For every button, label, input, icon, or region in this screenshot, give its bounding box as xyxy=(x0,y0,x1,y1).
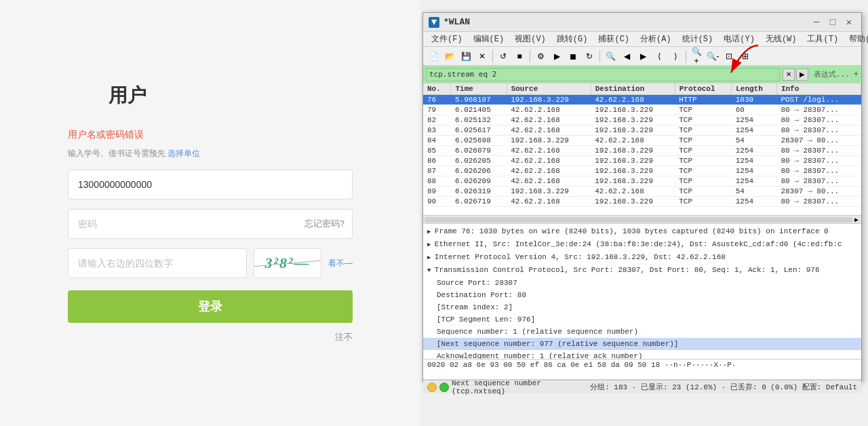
detail-line: Sequence number: 1 (relative sequence nu… xyxy=(423,326,861,338)
captcha-image[interactable]: 3²8²— xyxy=(254,248,321,278)
captcha-row: 3²8²— 看不— xyxy=(68,248,353,278)
toolbar-open[interactable]: 📂 xyxy=(442,49,457,64)
detail-line[interactable]: Frame 76: 1030 bytes on wire (8240 bits)… xyxy=(423,225,861,238)
forgot-password-link[interactable]: 忘记密码? xyxy=(304,218,344,230)
toolbar-reload[interactable]: ↺ xyxy=(496,49,511,64)
toolbar-capture-options[interactable]: ⚙ xyxy=(533,49,548,64)
minimize-button[interactable]: ─ xyxy=(810,16,823,29)
filter-input[interactable] xyxy=(426,68,780,81)
phone-input[interactable] xyxy=(68,170,353,199)
table-row[interactable]: 88 6.026209 42.62.2.168 192.168.3.229 TC… xyxy=(423,176,861,187)
detail-line[interactable]: Internet Protocol Version 4, Src: 192.16… xyxy=(423,251,861,264)
detail-line: Destination Port: 80 xyxy=(423,289,861,301)
menu-telephony[interactable]: 电话(Y) xyxy=(718,33,760,45)
col-time: Time xyxy=(451,83,507,95)
close-button[interactable]: ✕ xyxy=(842,16,856,29)
toolbar-stop-capture[interactable]: ◼ xyxy=(566,49,580,64)
table-row[interactable]: 82 6.025132 42.62.2.168 192.168.3.229 TC… xyxy=(423,115,861,125)
table-row[interactable]: 87 6.026206 42.62.2.168 192.168.3.229 TC… xyxy=(423,166,861,176)
table-row[interactable]: 79 6.021405 42.62.2.168 192.168.3.229 TC… xyxy=(423,105,861,115)
maximize-button[interactable]: □ xyxy=(826,16,840,29)
wireshark-title: *WLAN xyxy=(443,17,470,27)
filter-apply-btn[interactable]: ▶ xyxy=(796,69,808,81)
packet-rows: 76 5.968107 192.168.3.229 42.62.2.168 HT… xyxy=(423,95,861,207)
error-message: 用户名或密码错误 xyxy=(68,129,353,141)
login-panel: 用户 用户名或密码错误 输入学号、借书证号需预先 选择单位 忘记密码? 3²8²… xyxy=(0,0,420,426)
toolbar-zoom-out[interactable]: 🔍- xyxy=(705,49,720,64)
toolbar-next[interactable]: ▶ xyxy=(635,49,650,64)
col-no: No. xyxy=(423,83,451,95)
menu-go[interactable]: 跳转(G) xyxy=(551,33,593,45)
toolbar-close[interactable]: ✕ xyxy=(475,49,490,64)
table-row[interactable]: 89 6.026319 192.168.3.229 42.62.2.168 TC… xyxy=(423,187,861,197)
detail-line[interactable]: Ethernet II, Src: IntelCor_3e:de:24 (38:… xyxy=(423,238,861,251)
wireshark-toolbar: 📄 📂 💾 ✕ ↺ ■ ⚙ ▶ ◼ ↻ 🔍 ◀ ▶ ⟨ ⟩ 🔍+ 🔍- ⊡ ⊞ xyxy=(423,47,861,66)
hex-line: 0020 02 a8 6e 93 00 50 ef 86 ca 0e e1 58… xyxy=(427,361,736,369)
wireshark-statusbar: Next sequence number (tcp.nxtseq) 分组: 18… xyxy=(423,380,861,393)
wireshark-title-left: *WLAN xyxy=(429,17,470,28)
toolbar-first[interactable]: ⟨ xyxy=(652,49,667,64)
hint-link[interactable]: 选择单位 xyxy=(167,149,200,158)
table-row[interactable]: 86 6.026205 42.62.2.168 192.168.3.229 TC… xyxy=(423,156,861,166)
menu-analyze[interactable]: 分析(A) xyxy=(635,33,677,45)
hint-text: 输入学号、借书证号需预先 选择单位 xyxy=(68,148,353,159)
wireshark-window: *WLAN ─ □ ✕ 文件(F) 编辑(E) 视图(V) 跳转(G) 捕获(C… xyxy=(422,12,862,382)
menu-edit[interactable]: 编辑(E) xyxy=(468,33,510,45)
table-row[interactable]: 90 6.026719 42.62.2.168 192.168.3.229 TC… xyxy=(423,197,861,207)
packet-details[interactable]: Frame 76: 1030 bytes on wire (8240 bits)… xyxy=(423,224,861,360)
status-stats: 分组: 183 · 已显示: 23 (12.6%) · 已丢弃: 0 (0.0%… xyxy=(590,382,857,392)
packet-table: No. Time Source Destination Protocol Len… xyxy=(423,83,861,207)
h-scrollbar[interactable]: ▶ xyxy=(423,216,861,224)
table-row[interactable]: 85 6.026079 42.62.2.168 192.168.3.229 TC… xyxy=(423,146,861,156)
toolbar-zoom-in[interactable]: 🔍+ xyxy=(689,49,704,64)
detail-line[interactable]: Transmission Control Protocol, Src Port:… xyxy=(423,264,861,277)
login-button[interactable]: 登录 xyxy=(68,290,353,323)
menu-tools[interactable]: 工具(T) xyxy=(802,33,844,45)
filter-add-btn[interactable]: + xyxy=(854,70,859,79)
table-header: No. Time Source Destination Protocol Len… xyxy=(423,83,861,95)
password-row: 忘记密码? xyxy=(68,209,353,239)
wireshark-filter-bar: ✕ ▶ 表达式... + xyxy=(423,66,861,83)
col-length: Length xyxy=(732,83,777,95)
menu-stats[interactable]: 统计(S) xyxy=(677,33,719,45)
titlebar-buttons: ─ □ ✕ xyxy=(810,16,856,29)
table-row[interactable]: 84 6.025698 192.168.3.229 42.62.2.168 TC… xyxy=(423,136,861,146)
register-text: 注不 xyxy=(68,331,353,343)
captcha-input[interactable] xyxy=(68,248,247,278)
col-destination: Destination xyxy=(591,83,675,95)
packet-list[interactable]: No. Time Source Destination Protocol Len… xyxy=(423,83,861,216)
filter-label: 表达式... xyxy=(814,69,850,79)
status-text: Next sequence number (tcp.nxtseq) xyxy=(452,379,587,395)
status-icon-yellow xyxy=(427,383,437,392)
toolbar-start-capture[interactable]: ▶ xyxy=(549,49,564,64)
refresh-captcha[interactable]: 看不— xyxy=(328,258,353,269)
toolbar-prev[interactable]: ◀ xyxy=(619,49,634,64)
menu-wireless[interactable]: 无线(W) xyxy=(760,33,802,45)
toolbar-search[interactable]: 🔍 xyxy=(603,49,618,64)
toolbar-restart[interactable]: ↻ xyxy=(582,49,597,64)
toolbar-new[interactable]: 📄 xyxy=(426,49,441,64)
detail-line: [Next sequence number: 977 (relative seq… xyxy=(423,338,861,350)
toolbar-last[interactable]: ⟩ xyxy=(668,49,683,64)
menu-view[interactable]: 视图(V) xyxy=(509,33,551,45)
wireshark-menubar: 文件(F) 编辑(E) 视图(V) 跳转(G) 捕获(C) 分析(A) 统计(S… xyxy=(423,32,861,47)
detail-line: [TCP Segment Len: 976] xyxy=(423,313,861,326)
col-protocol: Protocol xyxy=(675,83,731,95)
toolbar-zoom-reset[interactable]: ⊞ xyxy=(738,49,753,64)
menu-help[interactable]: 帮助(H) xyxy=(844,33,868,45)
filter-buttons: ✕ ▶ xyxy=(783,69,808,81)
h-scrollbar-track xyxy=(425,217,853,222)
scroll-right-btn[interactable]: ▶ xyxy=(853,216,860,224)
toolbar-save[interactable]: 💾 xyxy=(458,49,473,64)
toolbar-sep2 xyxy=(530,50,530,62)
table-row[interactable]: 76 5.968107 192.168.3.229 42.62.2.168 HT… xyxy=(423,95,861,105)
filter-clear-btn[interactable]: ✕ xyxy=(783,69,795,81)
toolbar-zoom-fit[interactable]: ⊡ xyxy=(722,49,736,64)
toolbar-sep4 xyxy=(686,50,686,62)
table-row[interactable]: 83 6.025617 42.62.2.168 192.168.3.229 TC… xyxy=(423,125,861,136)
login-form: 用户 用户名或密码错误 输入学号、借书证号需预先 选择单位 忘记密码? 3²8²… xyxy=(68,83,353,343)
menu-file[interactable]: 文件(F) xyxy=(426,33,468,45)
page-title: 用户 xyxy=(108,83,353,109)
toolbar-stop[interactable]: ■ xyxy=(512,49,527,64)
menu-capture[interactable]: 捕获(C) xyxy=(593,33,635,45)
